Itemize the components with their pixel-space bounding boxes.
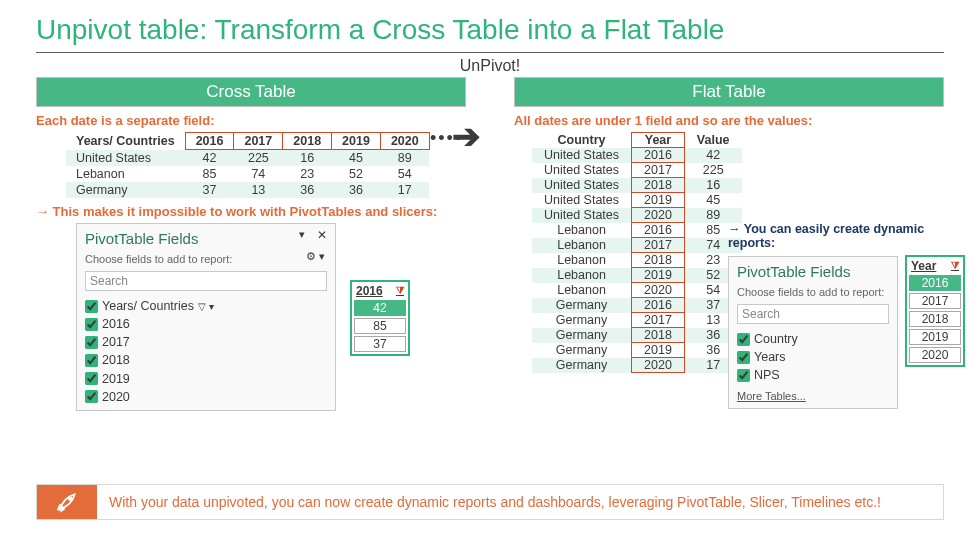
pivot-fields-title: PivotTable Fields (85, 230, 327, 247)
slicer-item[interactable]: 37 (354, 336, 406, 352)
table-row: Germany201936 (532, 343, 742, 358)
cross-caption2: → This makes it impossible to work with … (36, 198, 466, 223)
cross-table-column: Cross Table Each date is a separate fiel… (36, 77, 466, 411)
slicer-item[interactable]: 85 (354, 318, 406, 334)
flat-col-head: Country (532, 133, 632, 148)
cross-year-head: 2020 (380, 133, 429, 150)
field-checkbox[interactable]: Years/ Countries▽ ▾ (85, 297, 327, 315)
rocket-icon (37, 485, 97, 519)
cross-year-head: 2019 (332, 133, 381, 150)
tip-text: With your data unpivoted, you can now cr… (97, 485, 943, 519)
filter-icon[interactable]: ⧩ (396, 285, 404, 297)
cross-year-head: 2018 (283, 133, 332, 150)
slicer-head: 2016⧩ (354, 284, 406, 298)
field-checkbox[interactable]: 2018 (85, 351, 327, 369)
pivot-fields-title: PivotTable Fields (737, 263, 889, 280)
table-row: Germany201836 (532, 328, 742, 343)
tip-bar: With your data unpivoted, you can now cr… (36, 484, 944, 520)
table-row: United States2017225 (532, 163, 742, 178)
table-row: Lebanon202054 (532, 283, 742, 298)
search-input[interactable] (737, 304, 889, 324)
table-row: Lebanon201774 (532, 238, 742, 253)
filter-icon[interactable]: ▽ ▾ (198, 300, 214, 315)
cross-caption: Each date is a separate field: (36, 107, 466, 132)
filter-icon[interactable]: ⧩ (951, 260, 959, 272)
table-row: Lebanon201685 (532, 223, 742, 238)
field-checkbox[interactable]: NPS (737, 366, 889, 384)
field-checkbox[interactable]: 2020 (85, 388, 327, 406)
dynamic-reports-note: → You can easily create dynamic reports: (728, 222, 958, 250)
cross-year-head: 2017 (234, 133, 283, 150)
cross-table: Years/ Countries 2016 2017 2018 2019 202… (66, 132, 430, 198)
flat-col-head: Year (632, 133, 685, 148)
search-input[interactable] (85, 271, 327, 291)
flat-table-header: Flat Table (514, 77, 944, 107)
table-row: Germany201637 (532, 298, 742, 313)
pivot-fields-panel[interactable]: ▾ ✕ PivotTable Fields Choose fields to a… (76, 223, 336, 411)
cross-table-header: Cross Table (36, 77, 466, 107)
slicer-item[interactable]: 2020 (909, 347, 961, 363)
table-row: Germany3713363617 (66, 182, 429, 198)
svg-point-0 (69, 497, 72, 500)
flat-table: Country Year Value United States201642Un… (532, 132, 742, 373)
table-row: United States202089 (532, 208, 742, 223)
table-row: United States201945 (532, 193, 742, 208)
slicer-head: Year⧩ (909, 259, 961, 273)
field-checkbox[interactable]: Years (737, 348, 889, 366)
close-icon[interactable]: ✕ (317, 228, 327, 242)
pivot-fields-list[interactable]: Country Years NPS (737, 330, 889, 384)
page-title: Unpivot table: Transform a Cross Table i… (0, 0, 980, 52)
unpivot-label: UnPivot! (0, 57, 980, 75)
table-row: United States201642 (532, 148, 742, 163)
table-row: Germany202017 (532, 358, 742, 373)
slicer-item[interactable]: 42 (354, 300, 406, 316)
pivot-fields-sub: Choose fields to add to report: (737, 286, 889, 298)
flat-col-head: Value (684, 133, 741, 148)
pivot-fields-panel-right[interactable]: PivotTable Fields Choose fields to add t… (728, 256, 898, 409)
field-checkbox[interactable]: 2017 (85, 333, 327, 351)
table-row: Lebanon201823 (532, 253, 742, 268)
field-checkbox[interactable]: 2016 (85, 315, 327, 333)
cross-year-head: 2016 (185, 133, 234, 150)
field-checkbox[interactable]: 2019 (85, 370, 327, 388)
slicer-item[interactable]: 2017 (909, 293, 961, 309)
field-checkbox[interactable]: Country (737, 330, 889, 348)
cross-corner: Years/ Countries (66, 133, 185, 150)
slicer-item[interactable]: 2019 (909, 329, 961, 345)
chevron-down-icon[interactable]: ▾ (299, 228, 305, 241)
table-row: Lebanon201952 (532, 268, 742, 283)
table-row: United States201816 (532, 178, 742, 193)
flat-caption: All dates are under 1 field and so are t… (514, 107, 944, 132)
table-row: United States42225164589 (66, 150, 429, 167)
table-row: Germany201713 (532, 313, 742, 328)
slicer-2016[interactable]: 2016⧩ 42 85 37 (350, 280, 410, 356)
pivot-fields-list[interactable]: Years/ Countries▽ ▾ 2016 2017 2018 2019 … (85, 297, 327, 406)
slicer-item[interactable]: 2016 (909, 275, 961, 291)
table-row: Lebanon8574235254 (66, 166, 429, 182)
gear-icon[interactable]: ⚙ ▾ (306, 250, 325, 263)
divider (36, 52, 944, 53)
pivot-fields-sub: Choose fields to add to report: (85, 253, 327, 265)
more-tables-link[interactable]: More Tables... (737, 390, 889, 402)
slicer-item[interactable]: 2018 (909, 311, 961, 327)
slicer-year[interactable]: Year⧩ 2016 2017 2018 2019 2020 (905, 255, 965, 367)
